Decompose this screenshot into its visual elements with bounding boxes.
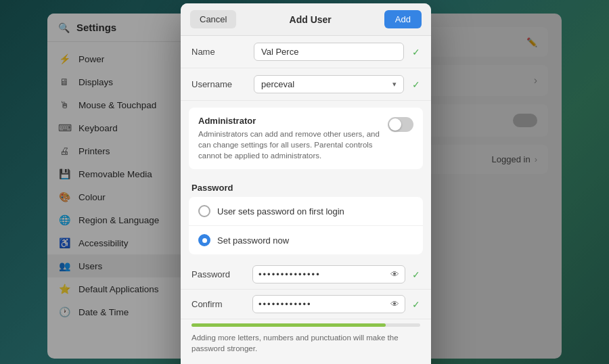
name-check-icon: ✓ [412,47,420,58]
confirm-field-row: Confirm 👁 ✓ [181,290,431,319]
dialog-overlay: Cancel Add User Add Name ✓ Username ▾ ✓ … [0,0,609,364]
username-label: Username [191,79,246,89]
admin-description: Administrators can add and remove other … [198,129,381,161]
confirm-label: Confirm [191,299,246,309]
password-header: Password [181,176,431,197]
radio-first-login-button[interactable] [198,205,210,217]
admin-toggle[interactable] [388,117,413,132]
name-field-row: Name ✓ [181,36,431,68]
radio-first-login[interactable]: User sets password on first login [189,197,423,225]
admin-text: Administrator Administrators can add and… [198,116,381,161]
add-user-dialog: Cancel Add User Add Name ✓ Username ▾ ✓ … [181,3,431,364]
username-input-wrap[interactable]: ▾ [254,75,404,93]
cancel-button[interactable]: Cancel [190,10,236,28]
confirm-input[interactable] [258,299,388,309]
dialog-titlebar: Cancel Add User Add [181,3,431,36]
name-input[interactable] [261,47,397,57]
confirm-check-icon: ✓ [412,299,420,310]
confirm-input-wrap[interactable]: 👁 [252,295,405,313]
password-eye-icon[interactable]: 👁 [390,269,399,279]
strength-bar-wrap [191,323,420,327]
username-input[interactable] [261,79,388,89]
dialog-title: Add User [290,14,332,25]
strength-hint: Adding more letters, numbers and punctua… [181,329,431,359]
admin-title: Administrator [198,116,381,126]
radio-set-now-label: Set password now [217,235,289,246]
name-input-wrap[interactable] [254,43,404,61]
username-field-row: Username ▾ ✓ [181,68,431,101]
password-input-wrap[interactable]: 👁 [252,265,405,283]
confirm-eye-icon[interactable]: 👁 [390,299,399,309]
radio-set-now[interactable]: Set password now [189,225,423,254]
password-field-row: Password 👁 ✓ [181,260,431,290]
password-check-icon: ✓ [412,269,420,280]
dropdown-icon: ▾ [392,80,397,89]
username-check-icon: ✓ [412,79,420,90]
strength-bar [191,323,386,327]
admin-section: Administrator Administrators can add and… [189,108,423,169]
password-options: User sets password on first login Set pa… [189,197,423,254]
name-label: Name [191,47,246,57]
add-button[interactable]: Add [384,10,422,28]
radio-set-now-button[interactable] [198,234,210,246]
radio-first-login-label: User sets password on first login [217,206,344,217]
password-input[interactable] [258,269,388,279]
password-label: Password [191,269,246,279]
